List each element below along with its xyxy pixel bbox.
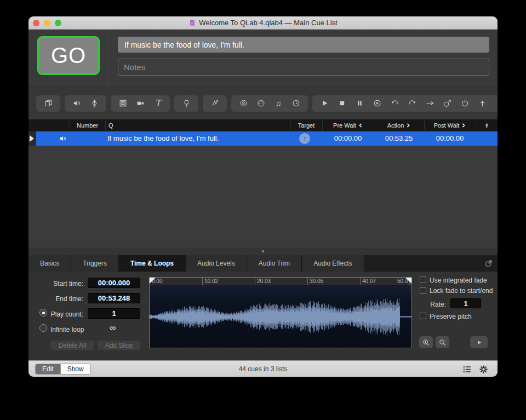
wait-icon [495, 99, 498, 108]
audio-cue-button[interactable] [68, 95, 85, 112]
cue-row-name: If music be the food of love, I'm full. [107, 131, 219, 146]
go-button[interactable]: GO [37, 36, 100, 75]
resume-cue-button[interactable] [368, 95, 386, 112]
minimize-window-button[interactable] [44, 20, 50, 26]
add-slice-button[interactable]: Add Slice [98, 341, 140, 350]
midi-file-cue-button[interactable]: ♫ [270, 95, 287, 112]
light-cue-button[interactable] [178, 95, 195, 112]
preserve-pitch-label: Preserve pitch [430, 313, 472, 320]
close-window-button[interactable] [33, 20, 39, 26]
fade-cue-button[interactable] [206, 95, 224, 112]
column-header-pre-wait[interactable]: Pre Wait [322, 119, 374, 131]
wait-cue-button[interactable] [491, 95, 498, 112]
ruler-tick [360, 278, 361, 286]
end-time-field[interactable] [88, 293, 140, 303]
network-cue-button[interactable] [235, 95, 252, 112]
lock-fade-checkbox[interactable] [420, 287, 426, 294]
pause-cue-button[interactable] [351, 95, 368, 112]
up-arrow-icon: ↑ [303, 134, 307, 142]
fade-icon [210, 99, 220, 108]
inspector-tab-bar: BasicsTriggersTime & LoopsAudio LevelsAu… [28, 255, 498, 272]
cue-lists-button[interactable] [461, 364, 472, 375]
timecode-cue-button[interactable] [287, 95, 305, 112]
column-header-q: Q [108, 119, 125, 131]
zoom-out-button[interactable] [436, 336, 449, 348]
time-loops-panel: Start time: End time: Play count: Infini… [28, 272, 498, 360]
tab-triggers[interactable]: Triggers [71, 255, 119, 272]
devamp-cue-button[interactable] [438, 95, 456, 112]
midi-cue-button[interactable] [252, 95, 270, 112]
column-header-action[interactable]: Action [374, 119, 424, 131]
group-cue-button[interactable] [39, 95, 57, 112]
start-time-field[interactable] [88, 278, 140, 288]
zoom-in-button[interactable] [419, 336, 433, 348]
delete-all-button[interactable]: Delete All [50, 341, 94, 350]
collapse-left-icon [358, 123, 363, 128]
cue-lists-icon [462, 364, 472, 375]
ruler-label: 30.05 [310, 278, 323, 284]
reset-icon [390, 99, 399, 108]
column-header-number: Number [70, 119, 105, 131]
load-icon [408, 99, 417, 108]
video-cue-button[interactable] [114, 95, 132, 112]
ruler-tick [202, 278, 203, 286]
playhead-gutter [28, 131, 36, 146]
infinite-loop-radio[interactable] [39, 324, 47, 332]
ruler-label: 10.02 [204, 278, 218, 284]
tab-audio-trim[interactable]: Audio Trim [247, 255, 302, 272]
camera-cue-button[interactable] [132, 95, 149, 112]
goto-cue-button[interactable] [421, 95, 438, 112]
titlebar: Welcome To QLab 4.qlab4 — Main Cue List [28, 16, 498, 30]
zoom-window-button[interactable] [55, 20, 61, 26]
start-marker-icon[interactable] [150, 278, 156, 284]
rate-field[interactable] [450, 298, 481, 308]
tab-audio-effects[interactable]: Audio Effects [302, 255, 364, 272]
play-count-label: Play count: [50, 310, 83, 318]
stop-cue-button[interactable] [333, 95, 351, 112]
toolbar-group [65, 95, 106, 112]
infinite-loop-label: Infinite loop [50, 326, 92, 333]
tab-time-loops[interactable]: Time & Loops [119, 255, 186, 272]
preserve-pitch-checkbox[interactable] [420, 313, 426, 319]
preview-play-button[interactable] [470, 336, 488, 348]
toolbar-group: T [111, 95, 170, 112]
waveform-canvas[interactable] [150, 286, 411, 348]
mic-cue-button[interactable] [85, 95, 103, 112]
start-cue-button[interactable] [316, 95, 333, 112]
cue-count-status: 44 cues in 3 lists [28, 361, 498, 377]
notes-input[interactable] [118, 59, 489, 76]
waveform-editor[interactable]: 0.0010.0220.0330.0540.0750.0 [149, 277, 412, 348]
gear-icon [478, 364, 489, 375]
network-icon [239, 99, 248, 108]
transport-divider [108, 30, 109, 87]
light-icon [182, 99, 191, 108]
pane-resize-handle[interactable] [28, 248, 498, 255]
cue-row[interactable]: If music be the food of love, I'm full. … [28, 131, 498, 146]
disarm-cue-button[interactable] [473, 95, 491, 112]
column-header-target: Target [290, 119, 322, 131]
column-header-armed[interactable] [476, 119, 498, 131]
toolbar-group [36, 95, 60, 112]
use-integrated-fade-checkbox[interactable] [420, 277, 426, 283]
play-count-radio[interactable] [39, 309, 47, 317]
tab-audio-levels[interactable]: Audio Levels [186, 255, 247, 272]
cue-list-header: Number Q Target Pre Wait Action Post Wai… [28, 119, 498, 131]
settings-button[interactable] [478, 364, 489, 375]
text-cue-button[interactable]: T [149, 95, 167, 112]
reset-cue-button[interactable] [386, 95, 403, 112]
tab-basics[interactable]: Basics [28, 255, 71, 272]
cue-target-badge[interactable]: ↑ [299, 133, 310, 144]
play-count-field[interactable] [88, 308, 140, 319]
end-marker-icon[interactable] [405, 278, 411, 284]
waveform-ruler: 0.0010.0220.0330.0540.0750.0 [150, 278, 411, 286]
column-header-post-wait[interactable]: Post Wait [424, 119, 476, 131]
disarm-icon [478, 99, 487, 108]
document-icon [188, 19, 196, 27]
arm-cue-button[interactable] [456, 95, 473, 112]
load-cue-button[interactable] [403, 95, 421, 112]
devamp-icon [443, 99, 452, 108]
app-window: Welcome To QLab 4.qlab4 — Main Cue List … [28, 16, 498, 377]
camera-icon [136, 99, 145, 108]
cue-name-input[interactable] [118, 37, 489, 53]
popout-inspector-button[interactable] [484, 259, 493, 268]
